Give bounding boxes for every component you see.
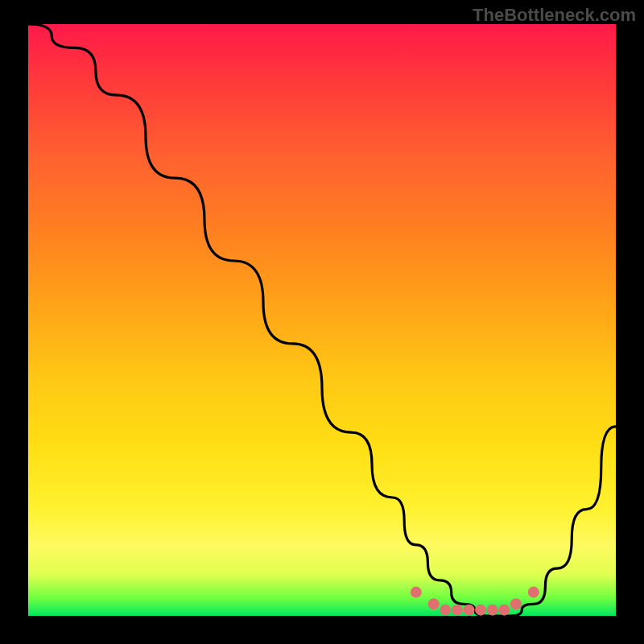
- chart-gradient-background: [28, 24, 616, 616]
- watermark-text: TheBottleneck.com: [473, 5, 636, 26]
